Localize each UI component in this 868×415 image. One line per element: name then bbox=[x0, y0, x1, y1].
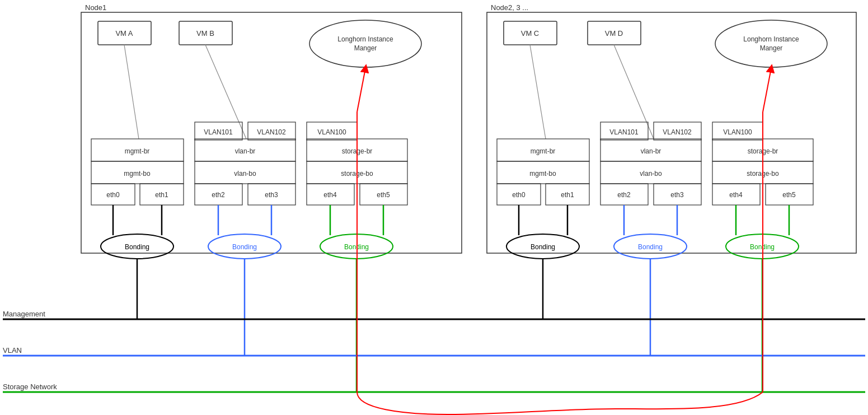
svg-text:Bonding: Bonding bbox=[232, 243, 257, 251]
svg-text:VLAN100: VLAN100 bbox=[723, 128, 752, 136]
svg-line-121 bbox=[763, 68, 771, 112]
svg-text:vlan-bo: vlan-bo bbox=[234, 170, 256, 178]
svg-text:VM A: VM A bbox=[115, 29, 133, 38]
svg-text:eth5: eth5 bbox=[377, 191, 390, 199]
svg-line-18 bbox=[530, 45, 546, 139]
network-diagram: Node1 Node2, 3 ... VM A VM B Longhorn In… bbox=[0, 0, 868, 415]
svg-text:eth0: eth0 bbox=[106, 191, 120, 199]
svg-text:eth4: eth4 bbox=[323, 191, 337, 199]
svg-text:VM D: VM D bbox=[605, 29, 623, 38]
svg-point-13 bbox=[715, 20, 827, 67]
svg-text:VM B: VM B bbox=[196, 29, 214, 38]
svg-text:eth4: eth4 bbox=[729, 191, 743, 199]
svg-text:Storage Network: Storage Network bbox=[3, 383, 57, 391]
svg-text:eth3: eth3 bbox=[265, 191, 278, 199]
svg-text:eth1: eth1 bbox=[561, 191, 574, 199]
svg-text:mgmt-br: mgmt-br bbox=[531, 147, 556, 155]
svg-text:eth2: eth2 bbox=[617, 191, 631, 199]
svg-text:vlan-br: vlan-br bbox=[641, 147, 661, 155]
svg-text:eth2: eth2 bbox=[212, 191, 225, 199]
svg-text:VLAN102: VLAN102 bbox=[663, 128, 692, 136]
svg-text:eth3: eth3 bbox=[670, 191, 684, 199]
svg-text:Longhorn Instance: Longhorn Instance bbox=[337, 35, 393, 43]
svg-text:mgmt-bo: mgmt-bo bbox=[124, 170, 151, 178]
svg-line-19 bbox=[614, 45, 654, 139]
svg-point-6 bbox=[309, 20, 421, 67]
svg-text:VLAN100: VLAN100 bbox=[317, 128, 346, 136]
svg-line-16 bbox=[124, 45, 139, 139]
svg-text:mgmt-br: mgmt-br bbox=[125, 147, 150, 155]
svg-text:VLAN102: VLAN102 bbox=[257, 128, 286, 136]
svg-text:Manger: Manger bbox=[760, 44, 783, 52]
svg-text:VM C: VM C bbox=[521, 29, 539, 38]
node2-label: Node2, 3 ... bbox=[491, 3, 528, 12]
svg-text:eth0: eth0 bbox=[512, 191, 526, 199]
svg-text:Bonding: Bonding bbox=[638, 243, 663, 251]
svg-text:Bonding: Bonding bbox=[125, 243, 149, 251]
svg-text:VLAN: VLAN bbox=[3, 346, 22, 355]
svg-line-117 bbox=[357, 68, 365, 112]
svg-text:Manger: Manger bbox=[354, 44, 377, 52]
svg-text:vlan-br: vlan-br bbox=[235, 147, 256, 155]
svg-text:Bonding: Bonding bbox=[531, 243, 555, 251]
node1-label: Node1 bbox=[85, 3, 106, 12]
svg-text:mgmt-bo: mgmt-bo bbox=[529, 170, 556, 178]
svg-text:eth5: eth5 bbox=[782, 191, 796, 199]
svg-line-17 bbox=[205, 45, 246, 139]
svg-text:vlan-bo: vlan-bo bbox=[640, 170, 662, 178]
svg-text:Management: Management bbox=[3, 310, 45, 318]
svg-text:VLAN101: VLAN101 bbox=[609, 128, 639, 136]
svg-text:VLAN101: VLAN101 bbox=[204, 128, 233, 136]
svg-text:Longhorn Instance: Longhorn Instance bbox=[743, 35, 799, 43]
svg-text:eth1: eth1 bbox=[155, 191, 168, 199]
